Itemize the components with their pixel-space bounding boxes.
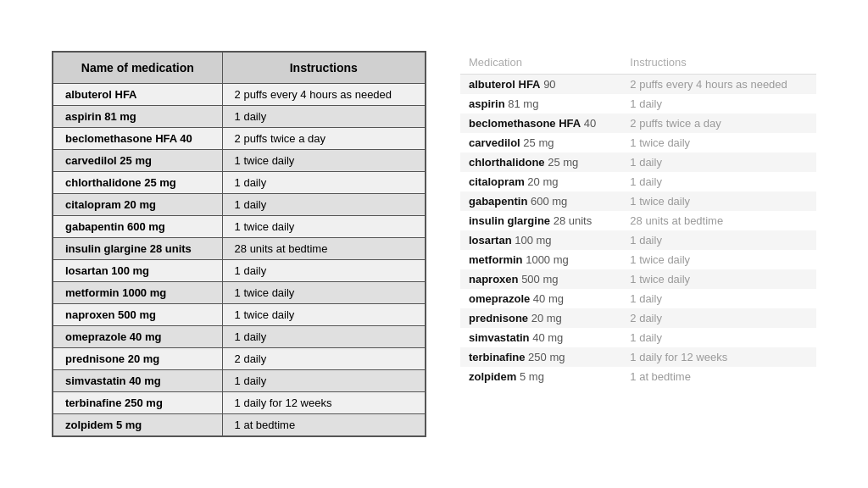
- medication-light-part: 20 mg: [528, 312, 562, 324]
- right-medication-table: Medication Instructions albuterol HFA 90…: [460, 51, 816, 386]
- right-medication-name: albuterol HFA 90: [460, 75, 621, 95]
- medication-light-part: 1000 mg: [523, 253, 569, 266]
- right-medication-instructions: 2 daily: [621, 308, 816, 328]
- left-table-row: insulin glargine 28 units28 units at bed…: [53, 238, 426, 260]
- right-table-row: zolpidem 5 mg1 at bedtime: [460, 367, 816, 386]
- right-medication-name: chlorthalidone 25 mg: [460, 152, 621, 172]
- right-medication-name: terbinafine 250 mg: [460, 347, 621, 367]
- right-medication-instructions: 1 daily: [621, 94, 816, 114]
- left-medication-instructions: 1 daily for 12 weeks: [222, 392, 425, 414]
- left-medication-name: prednisone 20 mg: [53, 348, 223, 370]
- medication-bold-part: omeprazole: [469, 292, 530, 305]
- right-table-row: omeprazole 40 mg1 daily: [460, 289, 816, 308]
- right-table-row: aspirin 81 mg1 daily: [460, 94, 816, 114]
- right-table-row: simvastatin 40 mg1 daily: [460, 328, 816, 347]
- medication-bold-part: naproxen: [469, 273, 519, 286]
- left-medication-instructions: 1 twice daily: [222, 282, 425, 304]
- left-medication-name: metformin 1000 mg: [53, 282, 223, 304]
- left-medication-instructions: 2 puffs twice a day: [222, 128, 425, 150]
- left-medication-name: gabapentin 600 mg: [53, 216, 223, 238]
- left-table-row: chlorthalidone 25 mg1 daily: [53, 172, 426, 194]
- left-table-wrapper: Name of medication Instructions albutero…: [52, 51, 426, 437]
- left-table-row: terbinafine 250 mg1 daily for 12 weeks: [53, 392, 426, 414]
- medication-light-part: 100 mg: [512, 234, 552, 247]
- right-table-row: terbinafine 250 mg1 daily for 12 weeks: [460, 347, 816, 367]
- left-medication-name: carvedilol 25 mg: [53, 150, 223, 172]
- medication-light-part: 28 units: [550, 214, 592, 227]
- left-medication-instructions: 1 at bedtime: [222, 414, 425, 436]
- right-medication-name: simvastatin 40 mg: [460, 328, 621, 347]
- right-medication-name: insulin glargine 28 units: [460, 211, 621, 230]
- left-table-row: metformin 1000 mg1 twice daily: [53, 282, 426, 304]
- right-medication-name: beclomethasone HFA 40: [460, 114, 621, 133]
- right-medication-instructions: 2 puffs twice a day: [621, 114, 816, 133]
- medication-light-part: 5 mg: [516, 370, 544, 383]
- right-medication-name: citalopram 20 mg: [460, 172, 621, 191]
- left-medication-instructions: 1 twice daily: [222, 216, 425, 238]
- left-table-row: gabapentin 600 mg1 twice daily: [53, 216, 426, 238]
- medication-light-part: 40: [581, 117, 596, 130]
- right-medication-name: zolpidem 5 mg: [460, 367, 621, 386]
- right-medication-instructions: 1 daily: [621, 172, 816, 191]
- medication-bold-part: metformin: [469, 253, 523, 266]
- right-table-row: beclomethasone HFA 402 puffs twice a day: [460, 114, 816, 133]
- left-table-row: prednisone 20 mg2 daily: [53, 348, 426, 370]
- left-table-row: losartan 100 mg1 daily: [53, 260, 426, 282]
- right-table-row: gabapentin 600 mg1 twice daily: [460, 191, 816, 211]
- left-medication-instructions: 1 daily: [222, 194, 425, 216]
- left-medication-name: simvastatin 40 mg: [53, 370, 223, 392]
- right-medication-name: losartan 100 mg: [460, 230, 621, 250]
- left-medication-name: beclomethasone HFA 40: [53, 128, 223, 150]
- right-medication-name: aspirin 81 mg: [460, 94, 621, 114]
- left-medication-name: albuterol HFA: [53, 84, 223, 106]
- right-medication-instructions: 28 units at bedtime: [621, 211, 816, 230]
- left-medication-instructions: 28 units at bedtime: [222, 238, 425, 260]
- right-table-row: naproxen 500 mg1 twice daily: [460, 269, 816, 289]
- right-medication-instructions: 1 twice daily: [621, 191, 816, 211]
- right-table-row: losartan 100 mg1 daily: [460, 230, 816, 250]
- right-table-wrapper: Medication Instructions albuterol HFA 90…: [460, 51, 816, 386]
- right-header-medication: Medication: [460, 51, 621, 75]
- right-medication-instructions: 1 daily: [621, 289, 816, 308]
- right-medication-instructions: 1 at bedtime: [621, 367, 816, 386]
- right-medication-name: metformin 1000 mg: [460, 250, 621, 269]
- right-header-instructions: Instructions: [621, 51, 816, 75]
- medication-bold-part: albuterol HFA: [469, 78, 541, 91]
- right-medication-name: naproxen 500 mg: [460, 269, 621, 289]
- left-table-row: zolpidem 5 mg1 at bedtime: [53, 414, 426, 436]
- right-table-row: metformin 1000 mg1 twice daily: [460, 250, 816, 269]
- left-medication-name: zolpidem 5 mg: [53, 414, 223, 436]
- medication-bold-part: zolpidem: [469, 370, 516, 383]
- medication-bold-part: citalopram: [469, 175, 525, 188]
- left-table-row: beclomethasone HFA 402 puffs twice a day: [53, 128, 426, 150]
- left-medication-instructions: 1 daily: [222, 260, 425, 282]
- left-table-row: omeprazole 40 mg1 daily: [53, 326, 426, 348]
- main-container: Name of medication Instructions albutero…: [35, 34, 833, 454]
- right-medication-name: carvedilol 25 mg: [460, 133, 621, 152]
- left-medication-instructions: 1 twice daily: [222, 150, 425, 172]
- medication-light-part: 90: [541, 78, 556, 91]
- right-table-row: insulin glargine 28 units28 units at bed…: [460, 211, 816, 230]
- left-medication-instructions: 2 puffs every 4 hours as needed: [222, 84, 425, 106]
- right-medication-instructions: 1 twice daily: [621, 133, 816, 152]
- left-medication-instructions: 1 daily: [222, 172, 425, 194]
- left-table-row: citalopram 20 mg1 daily: [53, 194, 426, 216]
- left-medication-name: citalopram 20 mg: [53, 194, 223, 216]
- left-medication-name: terbinafine 250 mg: [53, 392, 223, 414]
- medication-light-part: 250 mg: [525, 351, 565, 363]
- medication-bold-part: simvastatin: [469, 331, 530, 344]
- right-medication-name: prednisone 20 mg: [460, 308, 621, 328]
- left-medication-name: losartan 100 mg: [53, 260, 223, 282]
- medication-bold-part: gabapentin: [469, 195, 527, 208]
- right-table-row: albuterol HFA 902 puffs every 4 hours as…: [460, 75, 816, 95]
- right-medication-instructions: 1 twice daily: [621, 269, 816, 289]
- right-medication-instructions: 1 twice daily: [621, 250, 816, 269]
- medication-bold-part: carvedilol: [469, 136, 520, 149]
- medication-light-part: 81 mg: [505, 97, 539, 110]
- right-table-row: chlorthalidone 25 mg1 daily: [460, 152, 816, 172]
- medication-bold-part: chlorthalidone: [469, 156, 545, 169]
- right-medication-name: gabapentin 600 mg: [460, 191, 621, 211]
- left-medication-instructions: 1 twice daily: [222, 304, 425, 326]
- medication-light-part: 40 mg: [530, 331, 564, 344]
- left-table-row: aspirin 81 mg1 daily: [53, 106, 426, 128]
